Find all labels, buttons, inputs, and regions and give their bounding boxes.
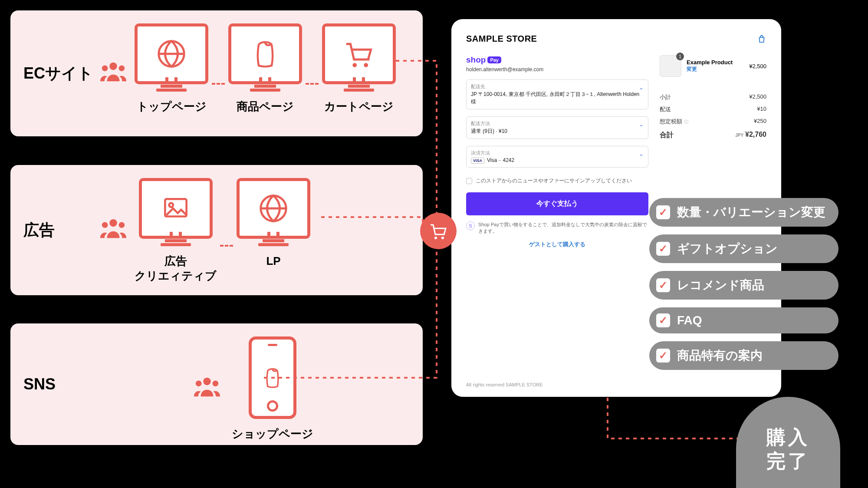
chevron-down-icon: ⌄ [639, 121, 644, 128]
info-icon[interactable]: ⓘ [684, 119, 688, 124]
bag-icon[interactable] [757, 34, 766, 44]
card-shop-page: ショップページ [232, 336, 313, 442]
check-icon: ✓ [656, 313, 670, 327]
people-icon [194, 374, 220, 403]
check-icon: ✓ [656, 242, 670, 256]
source-sns: SNS ショップページ [10, 323, 423, 445]
feature-pills: ✓数量・バリエーション変更 ✓ギフトオプション ✓レコメンド商品 ✓FAQ ✓商… [649, 198, 838, 370]
source-ec: ECサイト トップページ 商品ページ カートページ [10, 10, 423, 136]
qty-badge: 1 [676, 53, 684, 60]
svg-point-6 [109, 219, 117, 226]
ship-to-field[interactable]: 配送先 JP 〒100-0014, 東京都 千代田区, 永田町２丁目３−１, A… [466, 79, 648, 109]
checkbox-icon[interactable] [466, 178, 472, 184]
cart-hub-icon [420, 213, 457, 249]
cart-product-row: 1 Example Product 変更 ¥2,500 [660, 55, 766, 77]
shoppay-logo: shopPay [466, 55, 648, 65]
svg-point-10 [169, 203, 173, 207]
svg-point-0 [109, 62, 117, 69]
product-thumb: 1 [660, 55, 681, 77]
source-ec-label: ECサイト [23, 63, 97, 84]
feature-pill: ✓数量・バリエーション変更 [649, 198, 838, 227]
check-icon: ✓ [656, 278, 670, 292]
chevron-down-icon: ⌄ [639, 151, 644, 157]
people-icon [100, 59, 127, 88]
svg-point-15 [434, 237, 437, 239]
card-top-page: トップページ [135, 23, 208, 114]
svg-point-7 [102, 222, 108, 228]
source-sns-label: SNS [23, 375, 97, 393]
checkout-footer: All rights reserved SAMPLE STORE [466, 382, 542, 387]
check-icon: ✓ [656, 349, 670, 363]
card-cart-page: カートページ [322, 23, 396, 114]
check-icon: ✓ [656, 205, 670, 219]
svg-point-5 [364, 63, 368, 67]
svg-point-13 [196, 381, 202, 387]
card-product-page: 商品ページ [228, 23, 302, 114]
source-ad: 広告 広告 クリエィティブ LP [10, 165, 423, 295]
svg-point-14 [213, 381, 219, 387]
carbon-note: S Shop Payで買い物をすることで、追加料金なしで大気中の炭素の除去に貢献… [466, 221, 648, 234]
pay-method-field[interactable]: 決済方法 VISAVisa ·· 4242 ⌄ [466, 146, 648, 168]
feature-pill: ✓レコメンド商品 [649, 271, 838, 300]
people-icon [100, 216, 127, 245]
svg-point-8 [119, 222, 125, 228]
pay-now-button[interactable]: 今すぐ支払う [466, 192, 648, 215]
svg-point-4 [352, 63, 357, 67]
feature-pill: ✓FAQ [649, 307, 838, 333]
change-link[interactable]: 変更 [687, 66, 733, 73]
store-name: SAMPLE STORE [466, 34, 537, 44]
feature-pill: ✓商品特有の案内 [649, 341, 838, 370]
source-ad-label: 広告 [23, 220, 97, 241]
ship-method-field[interactable]: 配送方法 通常 (9日) · ¥10 ⌄ [466, 116, 648, 139]
card-lp: LP [237, 178, 310, 269]
checkout-email: holden.altenwerth@example.com [466, 66, 648, 73]
purchase-complete-badge: 購入 完了 [736, 397, 840, 488]
guest-checkout-link[interactable]: ゲストとして購入する [466, 241, 648, 248]
svg-point-12 [203, 378, 210, 385]
card-ad-creative: 広告 クリエィティブ [135, 178, 217, 284]
svg-point-16 [441, 237, 444, 239]
chevron-down-icon: ⌄ [639, 84, 644, 91]
shoppay-badge-icon: S [466, 221, 475, 230]
newsletter-optin[interactable]: このストアからのニュースやオファーにサインアップしてください [466, 177, 648, 185]
feature-pill: ✓ギフトオプション [649, 234, 838, 263]
svg-point-2 [119, 65, 125, 71]
svg-point-1 [102, 65, 108, 71]
